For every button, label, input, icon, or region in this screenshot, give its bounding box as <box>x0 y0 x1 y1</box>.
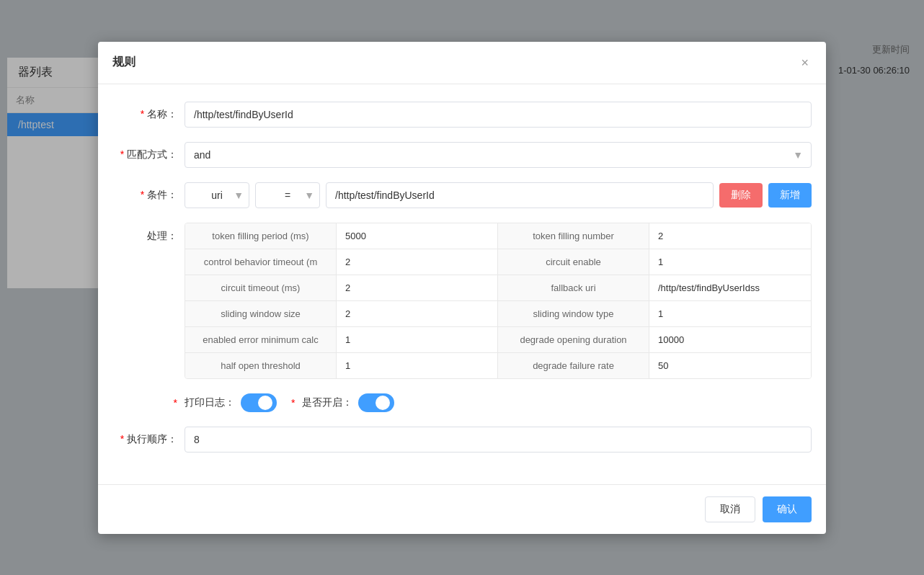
processing-row: 处理： token filling period (ms) 5000 token… <box>112 223 812 379</box>
grid-cell-label-1: token filling number <box>498 223 649 249</box>
cancel-button[interactable]: 取消 <box>705 496 755 522</box>
grid-cell-value-4: 2 <box>337 275 497 300</box>
condition-row: * 条件： uri ▼ = ▼ <box>112 182 812 208</box>
add-condition-button[interactable]: 新增 <box>768 183 812 208</box>
grid-cell-label-5: fallback uri <box>498 275 649 300</box>
grid-cell-value-8: 1 <box>337 327 497 352</box>
match-mode-select[interactable]: and or <box>185 142 812 168</box>
grid-cell-0: token filling period (ms) 5000 <box>185 223 498 249</box>
enable-label: 是否开启： <box>302 396 352 409</box>
grid-cell-label-10: half open threshold <box>185 353 337 378</box>
required-star-log: * <box>174 397 177 409</box>
grid-cell-9: degrade opening duration 10000 <box>498 327 811 353</box>
grid-cell-2: control behavior timeout (m 2 <box>185 249 498 275</box>
grid-cell-value-9: 10000 <box>649 327 811 352</box>
grid-cell-label-2: control behavior timeout (m <box>185 249 337 275</box>
match-mode-row: * 匹配方式： and or ▼ <box>112 142 812 168</box>
grid-cell-label-7: sliding window type <box>498 301 649 326</box>
grid-cell-value-1: 2 <box>649 223 811 249</box>
name-label: * 名称： <box>112 108 177 121</box>
grid-cell-value-5: /http/test/findByUserIdss <box>649 275 811 300</box>
grid-cell-8: enabled error minimum calc 1 <box>185 327 498 353</box>
condition-field-select[interactable]: uri <box>185 182 249 208</box>
name-row: * 名称： <box>112 102 812 128</box>
grid-cell-6: sliding window size 2 <box>185 301 498 327</box>
modal-title: 规则 <box>112 55 136 70</box>
modal-header: 规则 × <box>98 42 826 84</box>
required-star-name: * <box>141 108 144 120</box>
grid-cell-value-6: 2 <box>337 301 497 326</box>
enable-group: * 是否开启： <box>291 393 394 412</box>
grid-cell-5: fallback uri /http/test/findByUserIdss <box>498 275 811 301</box>
grid-cell-label-6: sliding window size <box>185 301 337 326</box>
grid-cell-label-3: circuit enable <box>498 249 649 275</box>
close-button[interactable]: × <box>798 53 812 72</box>
processing-grid: token filling period (ms) 5000 token fil… <box>185 223 812 379</box>
condition-value-input[interactable] <box>326 182 714 208</box>
grid-cell-4: circuit timeout (ms) 2 <box>185 275 498 301</box>
order-input[interactable] <box>185 427 812 453</box>
grid-cell-value-3: 1 <box>649 249 811 275</box>
condition-operator-wrapper: = ▼ <box>255 182 320 208</box>
modal-body: * 名称： * 匹配方式： and or ▼ <box>98 84 826 484</box>
toggle-row: * 打印日志： * 是否开启： <box>112 393 812 412</box>
grid-cell-1: token filling number 2 <box>498 223 811 249</box>
condition-operator-select[interactable]: = <box>255 182 320 208</box>
match-mode-select-wrapper: and or ▼ <box>185 142 812 168</box>
delete-condition-button[interactable]: 删除 <box>719 183 763 208</box>
toggle-spacer: * <box>112 397 177 409</box>
print-log-toggle[interactable] <box>241 393 277 412</box>
enable-toggle[interactable] <box>358 393 394 412</box>
match-mode-label: * 匹配方式： <box>112 148 177 161</box>
grid-cell-11: degrade failure rate 50 <box>498 353 811 378</box>
grid-cell-label-4: circuit timeout (ms) <box>185 275 337 300</box>
order-label: * 执行顺序： <box>112 433 177 446</box>
condition-label: * 条件： <box>112 189 177 202</box>
condition-field-wrapper: uri ▼ <box>185 182 249 208</box>
toggle-group-row: 打印日志： * 是否开启： <box>185 393 812 412</box>
grid-cell-3: circuit enable 1 <box>498 249 811 275</box>
grid-cell-label-8: enabled error minimum calc <box>185 327 337 352</box>
required-star-condition: * <box>141 189 144 200</box>
required-star-enable: * <box>291 397 295 409</box>
print-log-label: 打印日志： <box>185 396 235 409</box>
grid-cell-value-10: 1 <box>337 353 497 378</box>
grid-cell-label-9: degrade opening duration <box>498 327 649 352</box>
grid-cell-10: half open threshold 1 <box>185 353 498 378</box>
modal-footer: 取消 确认 <box>98 484 826 534</box>
enable-slider <box>358 393 394 412</box>
condition-inputs: uri ▼ = ▼ 删除 新增 <box>185 182 812 208</box>
print-log-group: 打印日志： <box>185 393 277 412</box>
confirm-button[interactable]: 确认 <box>763 496 812 522</box>
grid-cell-value-7: 1 <box>649 301 811 326</box>
grid-cell-7: sliding window type 1 <box>498 301 811 327</box>
grid-cell-value-11: 50 <box>649 353 811 378</box>
required-star-order: * <box>120 433 124 445</box>
grid-cell-label-0: token filling period (ms) <box>185 223 337 249</box>
grid-cell-label-11: degrade failure rate <box>498 353 649 378</box>
print-log-slider <box>241 393 277 412</box>
modal-dialog: 规则 × * 名称： * 匹配方式： and <box>98 42 826 534</box>
modal-overlay: 规则 × * 名称： * 匹配方式： and <box>0 0 924 575</box>
processing-label: 处理： <box>112 223 177 243</box>
name-input[interactable] <box>185 102 812 128</box>
grid-cell-value-2: 2 <box>337 249 497 275</box>
order-row: * 执行顺序： <box>112 427 812 453</box>
grid-cell-value-0: 5000 <box>337 223 497 249</box>
required-star-match: * <box>120 148 124 160</box>
